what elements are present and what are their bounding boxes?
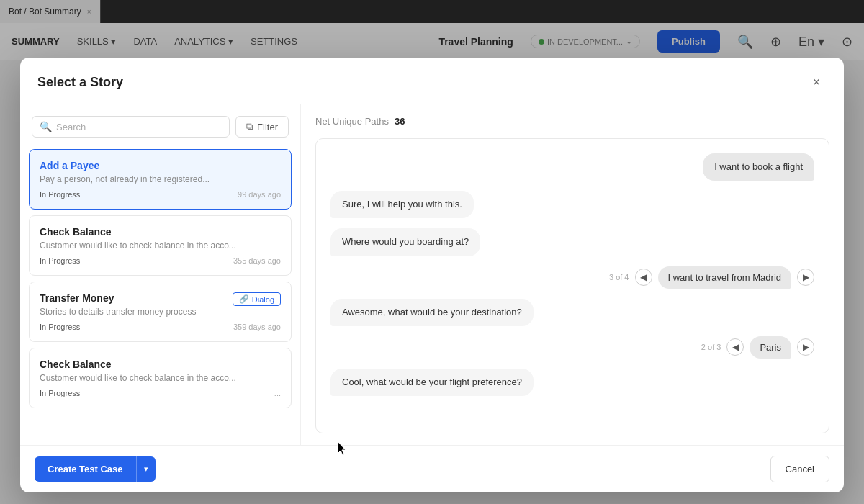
story-days-ago: 359 days ago bbox=[233, 323, 281, 331]
dialog-badge-label: Dialog bbox=[252, 295, 274, 304]
nav-prev-1[interactable]: ◀ bbox=[635, 269, 652, 286]
filter-icon: ⧉ bbox=[246, 121, 253, 132]
paths-count: 36 bbox=[395, 116, 405, 127]
story-days-ago: ... bbox=[274, 389, 281, 397]
dialog-link-icon: 🔗 bbox=[239, 294, 249, 304]
story-title: Check Balance bbox=[40, 226, 281, 238]
chat-message-bot-2: Where would you boarding at? bbox=[330, 228, 480, 256]
create-dropdown-button[interactable]: ▾ bbox=[136, 456, 156, 482]
story-days-ago: 99 days ago bbox=[238, 190, 281, 199]
modal-body: 🔍 ⧉ Filter Add a Payee Pay a person, not… bbox=[20, 104, 844, 445]
chat-message-bot-1: Sure, I will help you with this. bbox=[330, 191, 474, 218]
modal-close-button[interactable]: × bbox=[806, 72, 827, 92]
search-box[interactable]: 🔍 bbox=[32, 116, 230, 138]
story-title: Add a Payee bbox=[40, 160, 281, 171]
search-input[interactable] bbox=[56, 122, 222, 132]
user-nav-input-2: 2 of 3 ◀ Paris ▶ bbox=[330, 336, 814, 359]
filter-button[interactable]: ⧉ Filter bbox=[235, 116, 289, 138]
search-icon: 🔍 bbox=[40, 121, 52, 132]
user-input-bubble-1: I want to travel from Madrid bbox=[658, 266, 792, 289]
chat-message-bot-3: Awesome, what would be your destination? bbox=[330, 299, 534, 326]
story-days-ago: 355 days ago bbox=[233, 256, 281, 265]
story-card-check-balance-2[interactable]: Check Balance Customer would like to che… bbox=[29, 348, 292, 408]
story-description: Customer would like to check balance in … bbox=[40, 240, 281, 251]
story-status: In Progress bbox=[40, 323, 80, 331]
story-status: In Progress bbox=[40, 389, 80, 397]
paths-label: Net Unique Paths bbox=[315, 116, 389, 127]
modal-header: Select a Story × bbox=[20, 58, 844, 104]
chat-message-bot-4: Cool, what would be your flight preferen… bbox=[330, 369, 534, 396]
story-meta: In Progress 99 days ago bbox=[40, 190, 281, 199]
input-counter-2: 2 of 3 bbox=[701, 343, 721, 351]
chat-area[interactable]: I want to book a flight Sure, I will hel… bbox=[315, 138, 829, 433]
chat-message-user-1: I want to book a flight bbox=[703, 153, 814, 181]
cancel-button[interactable]: Cancel bbox=[770, 456, 829, 482]
select-story-modal: Select a Story × 🔍 ⧉ Filter Add a bbox=[20, 58, 844, 492]
story-meta: In Progress 359 days ago bbox=[40, 323, 281, 331]
paths-header: Net Unique Paths 36 bbox=[315, 116, 829, 127]
user-nav-input-1: 3 of 4 ◀ I want to travel from Madrid ▶ bbox=[330, 266, 814, 289]
stories-list: Add a Payee Pay a person, not already in… bbox=[20, 146, 300, 445]
story-description: Stories to details transfer money proces… bbox=[40, 307, 281, 317]
story-card-add-payee[interactable]: Add a Payee Pay a person, not already in… bbox=[29, 149, 292, 210]
story-description: Customer would like to check balance in … bbox=[40, 373, 281, 383]
nav-next-1[interactable]: ▶ bbox=[797, 269, 814, 286]
story-meta: In Progress ... bbox=[40, 389, 281, 397]
dialog-badge: 🔗 Dialog bbox=[233, 292, 281, 306]
create-test-case-group: Create Test Case ▾ bbox=[35, 456, 156, 482]
modal-title: Select a Story bbox=[37, 75, 123, 90]
nav-next-2[interactable]: ▶ bbox=[797, 338, 814, 356]
story-card-check-balance-1[interactable]: Check Balance Customer would like to che… bbox=[29, 215, 292, 276]
story-status: In Progress bbox=[40, 256, 80, 265]
search-filter-row: 🔍 ⧉ Filter bbox=[20, 104, 300, 146]
user-input-bubble-2: Paris bbox=[750, 336, 791, 359]
modal-footer: Create Test Case ▾ Cancel bbox=[20, 445, 844, 492]
stories-left-panel: 🔍 ⧉ Filter Add a Payee Pay a person, not… bbox=[20, 104, 301, 445]
story-meta: In Progress 355 days ago bbox=[40, 256, 281, 265]
story-card-transfer-money[interactable]: 🔗 Dialog Transfer Money Stories to detai… bbox=[29, 282, 292, 342]
story-description: Pay a person, not already in the registe… bbox=[40, 174, 281, 184]
story-status: In Progress bbox=[40, 190, 80, 199]
chat-right-panel: Net Unique Paths 36 I want to book a fli… bbox=[301, 104, 844, 445]
nav-prev-2[interactable]: ◀ bbox=[726, 338, 744, 356]
create-test-case-button[interactable]: Create Test Case bbox=[35, 456, 136, 482]
input-counter-1: 3 of 4 bbox=[609, 273, 629, 282]
story-title: Check Balance bbox=[40, 359, 281, 370]
filter-label: Filter bbox=[257, 122, 278, 132]
